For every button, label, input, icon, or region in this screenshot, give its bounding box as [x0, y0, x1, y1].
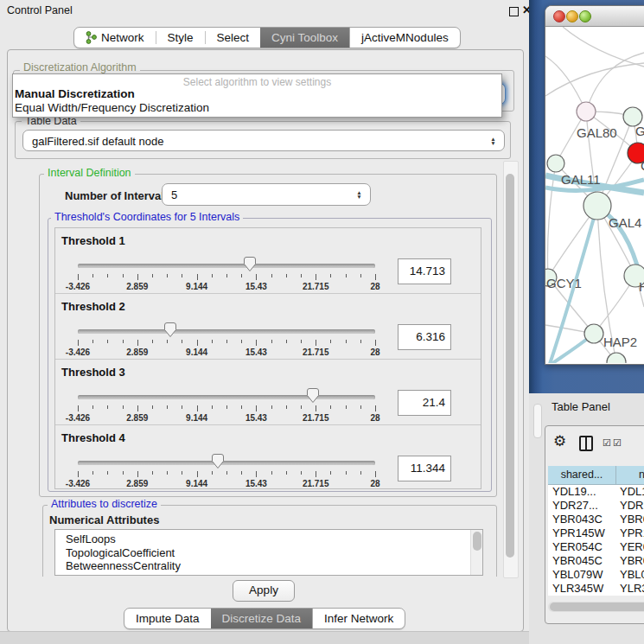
tick-label: 28: [370, 282, 379, 291]
option-manual-discretization[interactable]: Manual Discretization: [15, 87, 135, 100]
numerical-attributes-list: SelfLoops TopologicalCoefficient Between…: [54, 529, 483, 576]
number-of-intervals-label: Number of Intervals: [65, 189, 170, 202]
node-label: C: [641, 158, 644, 173]
tab-style[interactable]: Style: [156, 28, 205, 48]
table-row[interactable]: YDL19...YDL1: [548, 485, 644, 499]
close-traffic-light-icon[interactable]: [553, 10, 565, 22]
list-scrollbar[interactable]: [470, 530, 482, 575]
gear-icon[interactable]: ⚙: [553, 434, 566, 449]
tick-label: 21.715: [303, 413, 329, 423]
tick-mark: [375, 405, 376, 411]
tick-label: -3.426: [66, 282, 90, 291]
tab-network[interactable]: Network: [74, 28, 156, 48]
column-header-shared-name[interactable]: shared...: [548, 466, 616, 484]
threshold-4-value-field[interactable]: 11.344: [398, 456, 451, 481]
option-equal-width-frequency[interactable]: Equal Width/Frequency Discretization: [15, 101, 209, 114]
table-row[interactable]: YBR043CYBR0: [548, 513, 644, 526]
table-cell: YLR3: [615, 582, 644, 596]
node-gal11[interactable]: [547, 155, 564, 172]
slider-track[interactable]: [78, 461, 375, 465]
threshold-2-slider[interactable]: -3.4262.8599.14415.4321.71528: [78, 322, 375, 358]
slider-thumb[interactable]: [244, 257, 256, 271]
network-canvas[interactable]: GAL80 GA GAL11 C GAL4 GCY1 H HAP2: [545, 27, 644, 363]
slider-thumb[interactable]: [307, 388, 319, 403]
tick-mark: [182, 340, 182, 343]
tick-mark: [286, 471, 287, 475]
node-gal4[interactable]: [583, 192, 611, 220]
list-item[interactable]: SelfLoops: [55, 532, 482, 546]
split-columns-icon[interactable]: [579, 436, 593, 451]
control-panel: Control Panel ✕ Network Style Select Cyn…: [0, 0, 529, 644]
threshold-row: Threshold 3 -3.4262.8599.14415.4321.7152…: [55, 359, 481, 424]
panel-splitter-handle[interactable]: [533, 404, 542, 438]
table-row[interactable]: YBL079WYBL0: [548, 568, 644, 582]
tab-select[interactable]: Select: [206, 28, 261, 48]
threshold-row: Threshold 2 -3.4262.8599.14415.4321.7152…: [55, 293, 481, 359]
numerical-attributes-label: Numerical Attributes: [49, 513, 159, 526]
control-panel-titlebar: Control Panel ✕: [0, 0, 529, 21]
settings-vertical-scrollbar[interactable]: [503, 161, 519, 578]
threshold-2-value-field[interactable]: 6.316: [398, 324, 451, 350]
table-row[interactable]: YER054CYER0: [548, 540, 644, 554]
table-cell: YBR0: [615, 554, 644, 568]
tick-mark: [123, 405, 124, 409]
table-cell: YLR345W: [548, 582, 615, 596]
tick-label: 21.715: [303, 282, 329, 291]
slider-thumb[interactable]: [212, 454, 224, 469]
tick-mark: [197, 471, 198, 477]
apply-button[interactable]: Apply: [233, 580, 295, 602]
threshold-4-slider[interactable]: -3.4262.8599.14415.4321.71528: [78, 453, 375, 489]
node-hap2[interactable]: [584, 324, 603, 343]
column-header-name[interactable]: n: [616, 466, 644, 484]
list-item[interactable]: BetweennessCentrality: [55, 559, 482, 573]
tab-jactivemnodules[interactable]: jActiveMNodules: [349, 28, 460, 48]
tick-mark: [360, 405, 361, 409]
panel-title: Control Panel: [7, 4, 73, 16]
discretization-algorithm-title: Discretization Algorithm: [20, 61, 140, 73]
zoom-traffic-light-icon[interactable]: [579, 10, 591, 22]
checkbox-icon[interactable]: ☑: [613, 437, 622, 449]
tick-mark: [271, 471, 272, 475]
tab-impute-data[interactable]: Impute Data: [124, 609, 211, 628]
float-window-icon[interactable]: [509, 7, 519, 16]
table-data-combo[interactable]: galFiltered.sif default node: [22, 130, 505, 151]
table-row[interactable]: YDR27...YDR2: [548, 499, 644, 513]
threshold-3-slider[interactable]: -3.4262.8599.14415.4321.71528: [78, 387, 375, 424]
number-of-intervals-combo[interactable]: 5: [162, 183, 371, 206]
table-horizontal-scrollbar[interactable]: [548, 602, 644, 612]
tick-mark: [330, 471, 331, 475]
node-pink[interactable]: [577, 102, 596, 121]
tick-mark: [182, 405, 182, 409]
list-item[interactable]: TopologicalCoefficient: [55, 546, 482, 560]
algorithm-prompt: Select algorithm to view settings: [13, 76, 501, 88]
threshold-1-value-field[interactable]: 14.713: [398, 258, 451, 284]
network-window-titlebar[interactable]: [545, 6, 644, 27]
tick-mark: [360, 471, 361, 475]
slider-track[interactable]: [78, 264, 375, 268]
checkbox-icon[interactable]: ☑: [603, 437, 611, 449]
tick-label: -3.426: [66, 479, 90, 488]
node-label: GAL4: [609, 215, 641, 230]
table-row[interactable]: YBR045CYBR0: [548, 554, 644, 568]
node-label: GA: [635, 124, 644, 138]
slider-track[interactable]: [78, 395, 375, 399]
tab-infer-network[interactable]: Infer Network: [312, 609, 405, 628]
table-cell: YDR27...: [548, 499, 615, 513]
tab-cyni-toolbox[interactable]: Cyni Toolbox: [260, 28, 349, 48]
table-row[interactable]: YLR345WYLR3: [548, 582, 644, 596]
table-row[interactable]: YPR145WYPR1: [548, 526, 644, 540]
table-cell: YBL079W: [548, 568, 615, 582]
slider-thumb[interactable]: [164, 322, 176, 337]
tick-mark: [241, 405, 242, 409]
table-cell: YPR1: [615, 526, 644, 540]
tick-mark: [212, 471, 213, 475]
tab-discretize-data[interactable]: Discretize Data: [211, 609, 313, 628]
threshold-1-slider[interactable]: -3.4262.8599.14415.4321.71528: [78, 256, 375, 292]
slider-track[interactable]: [78, 329, 375, 334]
settings-scroll-area: Interval Definition Number of Intervals …: [13, 161, 503, 577]
threshold-3-value-field[interactable]: 21.4: [398, 390, 451, 416]
tick-mark: [330, 405, 331, 409]
tick-mark: [152, 340, 153, 343]
tick-mark: [182, 274, 182, 277]
minimize-traffic-light-icon[interactable]: [566, 10, 578, 22]
